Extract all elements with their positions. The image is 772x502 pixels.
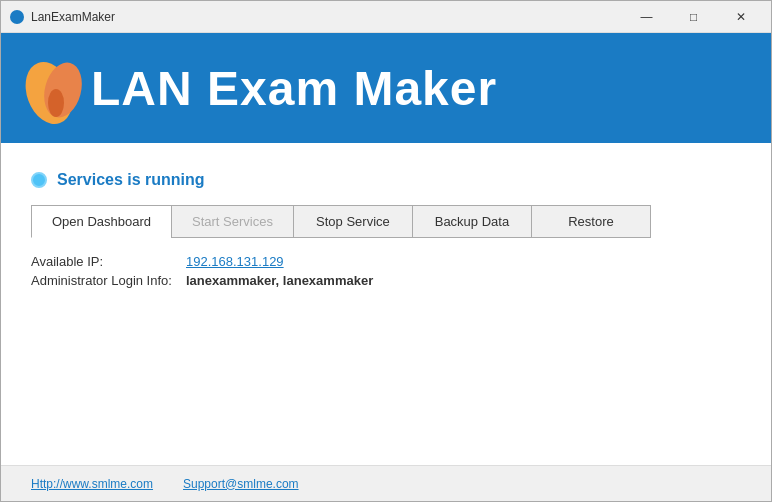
- title-bar: LanExamMaker — □ ✕: [1, 1, 771, 33]
- buttons-row: Open Dashboard Start Services Stop Servi…: [31, 205, 741, 238]
- minimize-button[interactable]: —: [624, 1, 669, 33]
- app-logo: [21, 48, 91, 128]
- svg-point-3: [48, 89, 64, 117]
- backup-data-button[interactable]: Backup Data: [412, 205, 532, 238]
- website-link[interactable]: Http://www.smlme.com: [31, 477, 153, 491]
- status-text: Services is running: [57, 171, 205, 189]
- footer: Http://www.smlme.com Support@smlme.com: [1, 465, 771, 501]
- start-services-button[interactable]: Start Services: [171, 205, 294, 238]
- maximize-button[interactable]: □: [671, 1, 716, 33]
- title-bar-text: LanExamMaker: [31, 10, 624, 24]
- open-dashboard-button[interactable]: Open Dashboard: [31, 205, 172, 238]
- app-header: LAN Exam Maker: [1, 33, 771, 143]
- admin-label: Administrator Login Info:: [31, 273, 186, 288]
- app-title: LAN Exam Maker: [91, 61, 497, 116]
- app-icon: [9, 9, 25, 25]
- restore-button[interactable]: Restore: [531, 205, 651, 238]
- admin-row: Administrator Login Info: lanexammaker, …: [31, 273, 741, 288]
- window-controls: — □ ✕: [624, 1, 763, 33]
- admin-value: lanexammaker, lanexammaker: [186, 273, 373, 288]
- status-row: Services is running: [31, 171, 741, 189]
- main-content: Services is running Open Dashboard Start…: [1, 143, 771, 465]
- close-button[interactable]: ✕: [718, 1, 763, 33]
- support-link[interactable]: Support@smlme.com: [183, 477, 299, 491]
- stop-service-button[interactable]: Stop Service: [293, 205, 413, 238]
- ip-row: Available IP: 192.168.131.129: [31, 254, 741, 269]
- status-indicator: [31, 172, 47, 188]
- ip-label: Available IP:: [31, 254, 186, 269]
- ip-link[interactable]: 192.168.131.129: [186, 254, 284, 269]
- info-section: Available IP: 192.168.131.129 Administra…: [31, 254, 741, 288]
- main-window: LanExamMaker — □ ✕ LAN Exam Maker Servic…: [0, 0, 772, 502]
- svg-point-0: [10, 10, 24, 24]
